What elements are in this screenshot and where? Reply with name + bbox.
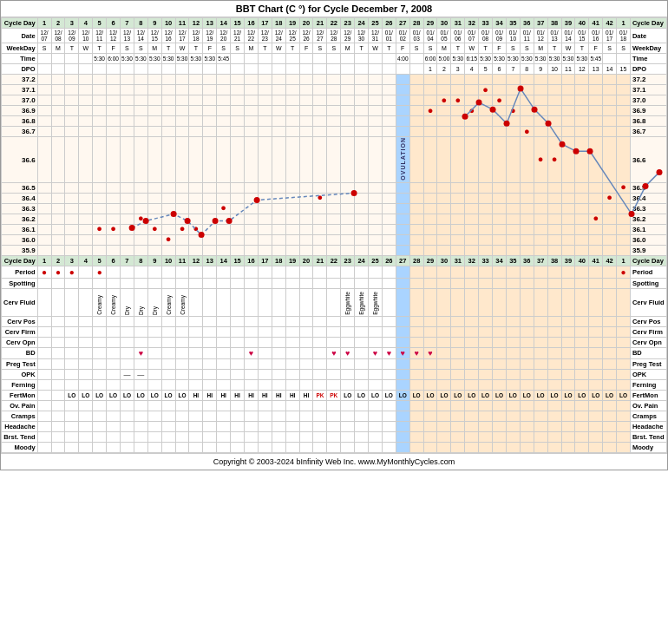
temp-cell (437, 224, 451, 234)
temp-cell (231, 75, 245, 85)
temp-cell (147, 95, 161, 106)
temp-cell (51, 95, 65, 106)
data-cell (245, 337, 259, 347)
temp-cell (258, 127, 272, 137)
temp-cell (479, 203, 493, 214)
fertmon-cell: LO (561, 390, 575, 400)
cycle-day-bottom-cell: 1 (617, 255, 631, 266)
temp-cell (121, 182, 134, 193)
fertmon-cell: HI (203, 390, 217, 400)
data-cell (396, 379, 409, 390)
data-cell (520, 326, 534, 337)
data-cell (217, 369, 231, 379)
temp-cell (203, 75, 217, 85)
data-cell (175, 400, 189, 411)
temp-cell (51, 75, 65, 85)
fertmon-cell (51, 390, 65, 400)
temp-cell (369, 75, 383, 85)
temp-cell (409, 224, 423, 234)
data-cell (217, 316, 231, 326)
temp-cell (451, 214, 465, 224)
temp-cell (575, 127, 589, 137)
temp-cell (493, 85, 507, 95)
data-cell (451, 358, 465, 369)
temp-cell (231, 214, 245, 224)
temp-cell (313, 224, 327, 234)
data-cell (561, 266, 575, 278)
temp-cell (203, 95, 217, 106)
weekday-cell: T (451, 43, 465, 54)
temp-cell (203, 214, 217, 224)
data-cell (51, 421, 65, 431)
temp-cell (107, 245, 121, 255)
data-cell (107, 421, 121, 431)
temp-cell (327, 203, 341, 214)
temp-cell (107, 106, 121, 116)
cerv-fluid-cell (534, 288, 547, 316)
data-cell (520, 278, 534, 288)
temp-cell (189, 95, 203, 106)
temp-cell (217, 116, 231, 127)
data-cell (437, 411, 451, 421)
data-cell (51, 442, 65, 452)
cycle-day-cell: 25 (369, 18, 383, 29)
temp-cell (355, 234, 369, 245)
fertmon-cell: LO (479, 390, 493, 400)
temp-row: 36.1●●●●●36.1 (2, 224, 667, 234)
temp-cell (189, 193, 203, 203)
temp-cell (217, 193, 231, 203)
temp-cell (465, 245, 479, 255)
row-label-right: Date (630, 29, 666, 43)
temp-cell (134, 85, 147, 95)
data-cell (272, 266, 285, 278)
temp-cell (121, 85, 134, 95)
data-cell (258, 379, 272, 390)
cerv-fluid-cell: Eggwhite (355, 288, 369, 316)
temp-cell (121, 116, 134, 127)
temp-cell (396, 203, 409, 214)
temp-cell (547, 214, 561, 224)
temp-cell (299, 193, 313, 203)
data-cell (341, 442, 355, 452)
temp-cell (465, 137, 479, 183)
data-cell (547, 431, 561, 442)
weekday-cell: W (272, 43, 285, 54)
data-cell (369, 431, 383, 442)
cycle-day-bottom-cell: 26 (382, 255, 396, 266)
temp-cell (272, 106, 285, 116)
temp-cell (299, 234, 313, 245)
temp-cell (121, 193, 134, 203)
fertmon-cell: LO (465, 390, 479, 400)
time-cell (369, 54, 383, 64)
data-cell (161, 278, 175, 288)
data-cell (382, 379, 396, 390)
data-cell (409, 379, 423, 390)
data-cell (355, 431, 369, 442)
data-cell (451, 411, 465, 421)
temp-cell (409, 234, 423, 245)
weekday-cell: S (231, 43, 245, 54)
temp-cell (409, 106, 423, 116)
data-cell (575, 411, 589, 421)
date-cell: 01/06 (451, 29, 465, 43)
data-cell (506, 326, 520, 337)
temp-cell (561, 234, 575, 245)
data-cell (189, 442, 203, 452)
dpo-cell: 11 (561, 64, 575, 75)
data-cell (285, 411, 299, 421)
temp-cell (258, 224, 272, 234)
cycle-day-bottom-cell: 29 (423, 255, 437, 266)
data-cell (217, 379, 231, 390)
fertmon-cell: LO (134, 390, 147, 400)
data-cell (575, 358, 589, 369)
date-cell: 12/13 (121, 29, 134, 43)
temp-cell (534, 182, 547, 193)
temp-cell (451, 75, 465, 85)
data-cell (65, 421, 79, 431)
temp-cell (423, 116, 437, 127)
data-cell (409, 369, 423, 379)
temp-cell (396, 234, 409, 245)
temp-cell (355, 214, 369, 224)
dpo-cell: 14 (603, 64, 617, 75)
temp-cell (479, 106, 493, 116)
